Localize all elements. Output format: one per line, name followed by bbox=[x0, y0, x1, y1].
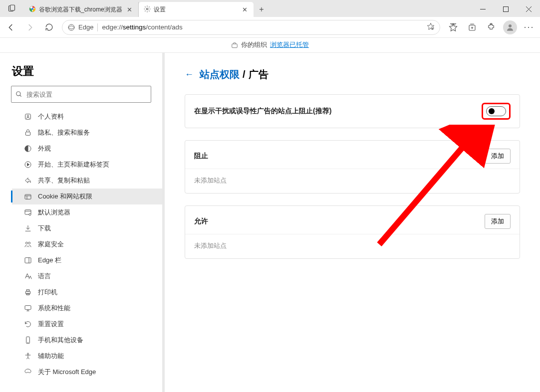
avatar[interactable] bbox=[503, 20, 517, 34]
sidebar-item-label: 系统和性能 bbox=[38, 304, 70, 313]
svg-point-33 bbox=[29, 213, 31, 215]
sidebar-item-lock[interactable]: 隐私、搜索和服务 bbox=[12, 125, 162, 141]
svg-rect-20 bbox=[232, 44, 238, 48]
svg-rect-6 bbox=[503, 6, 508, 11]
briefcase-icon bbox=[231, 42, 238, 49]
svg-rect-38 bbox=[25, 291, 30, 294]
sidebar-item-family[interactable]: 家庭安全 bbox=[12, 236, 162, 252]
card-block-toggle: 在显示干扰或误导性广告的站点上阻止(推荐) bbox=[185, 94, 520, 128]
block-title: 阻止 bbox=[194, 152, 208, 161]
sidebar: 设置 个人资料隐私、搜索和服务外观开始、主页和新建标签页共享、复制和粘贴Cook… bbox=[0, 53, 165, 392]
search-input-wrap[interactable] bbox=[11, 86, 151, 103]
sidebar-item-label: 下载 bbox=[38, 224, 51, 233]
svg-point-4 bbox=[146, 8, 148, 10]
cookie-icon bbox=[24, 193, 32, 200]
site-identity[interactable]: Edge bbox=[67, 23, 93, 31]
download-icon bbox=[24, 224, 32, 232]
sidebar-item-accessibility[interactable]: 辅助功能 bbox=[12, 348, 162, 364]
sidebar-item-language[interactable]: 语言 bbox=[12, 268, 162, 284]
sidebar-item-label: Cookie 和网站权限 bbox=[38, 192, 92, 201]
tab-actions-icon[interactable] bbox=[0, 0, 24, 17]
star-icon[interactable]: + bbox=[427, 22, 435, 32]
back-button[interactable] bbox=[2, 19, 20, 35]
printer-icon bbox=[24, 288, 32, 296]
sidebar-item-start[interactable]: 开始、主页和新建标签页 bbox=[12, 157, 162, 173]
titlebar: 谷歌浏览器下载_chrome浏览器 ✕ 设置 ✕ + bbox=[0, 0, 540, 17]
breadcrumb: ← 站点权限 / 广告 bbox=[185, 68, 520, 81]
sidebar-item-edgebar[interactable]: Edge 栏 bbox=[12, 252, 162, 268]
toolbar: Edge edge://settings/content/ads + ··· bbox=[0, 17, 540, 38]
minimize-button[interactable] bbox=[471, 1, 494, 17]
svg-rect-41 bbox=[25, 306, 31, 310]
breadcrumb-separator: / bbox=[243, 69, 246, 80]
share-icon bbox=[24, 177, 32, 185]
sidebar-item-cookie[interactable]: Cookie 和网站权限 bbox=[12, 189, 162, 204]
close-window-button[interactable] bbox=[517, 1, 540, 17]
browser-icon bbox=[24, 208, 32, 216]
svg-rect-28 bbox=[25, 195, 31, 199]
phone-icon bbox=[24, 336, 32, 344]
sidebar-item-label: 重置设置 bbox=[38, 320, 64, 329]
tab-settings[interactable]: 设置 ✕ bbox=[139, 2, 254, 17]
svg-point-34 bbox=[25, 242, 27, 244]
back-arrow-icon[interactable]: ← bbox=[185, 69, 195, 80]
sidebar-item-label: 打印机 bbox=[38, 288, 57, 297]
breadcrumb-link[interactable]: 站点权限 bbox=[200, 68, 240, 81]
reset-icon bbox=[24, 320, 32, 328]
sidebar-item-about[interactable]: 关于 Microsoft Edge bbox=[12, 364, 162, 380]
org-banner-text: 你的组织 bbox=[241, 41, 267, 49]
chrome-icon bbox=[29, 5, 36, 14]
sidebar-item-label: 语言 bbox=[38, 272, 51, 281]
svg-point-35 bbox=[28, 242, 30, 244]
start-icon bbox=[24, 161, 32, 169]
sidebar-item-label: 辅助功能 bbox=[38, 352, 64, 361]
add-block-button[interactable]: 添加 bbox=[485, 149, 511, 164]
sidebar-item-label: 手机和其他设备 bbox=[38, 336, 83, 345]
close-icon[interactable]: ✕ bbox=[241, 5, 249, 13]
search-icon bbox=[15, 91, 22, 98]
card-block-list: 阻止 添加 未添加站点 bbox=[185, 140, 520, 194]
favorites-icon[interactable] bbox=[444, 19, 462, 35]
sidebar-item-phone[interactable]: 手机和其他设备 bbox=[12, 332, 162, 348]
collections-icon[interactable] bbox=[463, 19, 481, 35]
sidebar-title: 设置 bbox=[0, 64, 162, 86]
sidebar-item-printer[interactable]: 打印机 bbox=[12, 284, 162, 300]
extensions-icon[interactable] bbox=[482, 19, 500, 35]
more-icon[interactable]: ··· bbox=[520, 19, 538, 35]
sidebar-item-label: 共享、复制和粘贴 bbox=[38, 176, 90, 185]
sidebar-item-person[interactable]: 个人资料 bbox=[12, 109, 162, 125]
search-input[interactable] bbox=[26, 91, 147, 98]
allow-title: 允许 bbox=[194, 217, 208, 226]
edgebar-icon bbox=[24, 256, 32, 264]
url-text: edge://settings/content/ads bbox=[102, 23, 423, 31]
sidebar-item-label: 家庭安全 bbox=[38, 240, 64, 249]
system-icon bbox=[24, 304, 32, 312]
refresh-button[interactable] bbox=[40, 19, 58, 35]
tab-title: 谷歌浏览器下载_chrome浏览器 bbox=[39, 5, 122, 14]
add-allow-button[interactable]: 添加 bbox=[485, 214, 511, 229]
tab-chrome-download[interactable]: 谷歌浏览器下载_chrome浏览器 ✕ bbox=[24, 2, 139, 17]
org-banner: 你的组织浏览器已托管 bbox=[0, 38, 540, 53]
org-banner-link[interactable]: 浏览器已托管 bbox=[270, 41, 309, 49]
window-controls bbox=[471, 1, 540, 17]
sidebar-item-share[interactable]: 共享、复制和粘贴 bbox=[12, 173, 162, 189]
sidebar-item-appearance[interactable]: 外观 bbox=[12, 141, 162, 157]
sidebar-item-reset[interactable]: 重置设置 bbox=[12, 316, 162, 332]
address-bar[interactable]: Edge edge://settings/content/ads + bbox=[62, 20, 440, 35]
person-icon bbox=[24, 113, 32, 121]
sidebar-item-system[interactable]: 系统和性能 bbox=[12, 300, 162, 316]
sidebar-item-download[interactable]: 下载 bbox=[12, 220, 162, 236]
svg-rect-1 bbox=[10, 5, 15, 10]
close-icon[interactable]: ✕ bbox=[125, 5, 133, 13]
svg-point-19 bbox=[509, 24, 512, 27]
new-tab-button[interactable]: + bbox=[254, 2, 270, 17]
divider bbox=[97, 23, 98, 31]
breadcrumb-current: 广告 bbox=[249, 68, 269, 81]
content: ← 站点权限 / 广告 在显示干扰或误导性广告的站点上阻止(推荐) 阻止 添加 … bbox=[165, 53, 540, 392]
edge-label: Edge bbox=[78, 23, 93, 31]
maximize-button[interactable] bbox=[494, 1, 517, 17]
appearance-icon bbox=[24, 145, 32, 153]
sidebar-item-label: 个人资料 bbox=[38, 112, 64, 121]
block-ads-toggle[interactable] bbox=[486, 106, 506, 116]
sidebar-item-browser[interactable]: 默认浏览器 bbox=[12, 204, 162, 220]
